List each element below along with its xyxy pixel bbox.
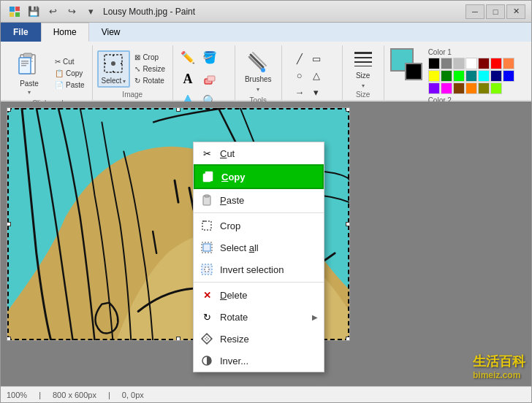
rect-shape[interactable]: ▭ xyxy=(308,50,324,66)
brushes-arrow: ▾ xyxy=(256,86,259,93)
ctx-crop[interactable]: Crop xyxy=(194,215,324,237)
color-swatch[interactable] xyxy=(428,58,440,69)
ctx-resize-icon xyxy=(200,331,214,346)
title-bar-controls: ─ □ ✕ xyxy=(466,4,525,19)
color-swatch[interactable] xyxy=(453,70,465,82)
svg-point-18 xyxy=(111,61,115,66)
shapes-btn[interactable]: ╱ ▭ ○ △ → ▾ xyxy=(286,47,338,104)
ctx-select-all[interactable]: Select all xyxy=(194,237,324,258)
ctx-resize-label: Resize xyxy=(220,334,318,345)
ctx-invert-selection[interactable]: Invert selection xyxy=(194,258,324,280)
ctx-invert-label: Inver... xyxy=(220,356,318,366)
line-shape[interactable]: ╱ xyxy=(292,50,308,66)
svg-rect-11 xyxy=(21,63,28,64)
ctx-rotate[interactable]: ↻ Rotate ▶ xyxy=(194,306,324,328)
color-swatch[interactable] xyxy=(453,82,465,94)
color-swatch[interactable] xyxy=(503,70,514,82)
color-swatch[interactable] xyxy=(478,58,490,69)
tab-file[interactable]: File xyxy=(1,23,41,42)
clipboard-group: Paste ▾ ✂ Cut 📋 Copy 📄 Paste xyxy=(4,45,93,100)
ctx-invert-icon xyxy=(200,353,214,368)
color-swatch[interactable] xyxy=(428,82,440,94)
color-swatch[interactable] xyxy=(503,58,514,69)
ctx-delete[interactable]: ✕ Delete xyxy=(194,284,324,306)
color-swatch[interactable] xyxy=(490,82,502,94)
ctx-sep2 xyxy=(194,282,324,283)
paste-secondary-btn[interactable]: 📄 Paste xyxy=(52,80,88,91)
color-swatch[interactable] xyxy=(441,58,452,69)
arrow-shape[interactable]: → xyxy=(292,84,308,100)
tab-home[interactable]: Home xyxy=(41,23,89,42)
redo-quick-btn[interactable]: ↪ xyxy=(64,4,80,20)
ctx-cut-label: Cut xyxy=(220,148,318,159)
color-swatch[interactable] xyxy=(466,70,477,82)
app-window: 💾 ↩ ↪ ▾ Lousy Mouth.jpg - Paint ─ □ ✕ Fi… xyxy=(0,0,532,403)
crop-ribbon-btn[interactable]: ⊠ Crop xyxy=(132,52,168,63)
paste-btn[interactable]: Paste ▾ xyxy=(8,47,50,99)
ctx-paste-label: Paste xyxy=(220,195,318,206)
ctx-delete-label: Delete xyxy=(220,290,318,301)
eraser-btn[interactable] xyxy=(200,69,220,89)
rotate-ribbon-btn[interactable]: ↻ Rotate xyxy=(132,75,168,86)
ctx-paste[interactable]: Paste xyxy=(194,189,324,211)
color-swatch[interactable] xyxy=(490,70,502,82)
watermark-text: 生活百科 xyxy=(473,353,525,370)
status-separator2: | xyxy=(108,391,110,399)
size-btn[interactable]: Size ▾ xyxy=(347,47,379,91)
color-swatch[interactable] xyxy=(466,58,477,69)
undo-quick-btn[interactable]: ↩ xyxy=(45,4,61,20)
resize-ribbon-btn[interactable]: ⤡ Resize xyxy=(132,64,168,74)
color-swatch[interactable] xyxy=(490,58,502,69)
cut-btn[interactable]: ✂ Cut xyxy=(52,56,88,67)
text-btn[interactable]: A xyxy=(178,69,198,89)
size-label: Size xyxy=(356,72,370,80)
brushes-items: Brushes ▾ xyxy=(240,47,277,96)
select-btn[interactable]: Select ▾ xyxy=(97,50,131,88)
triangle-shape[interactable]: △ xyxy=(308,67,324,83)
fill-btn[interactable]: 🪣 xyxy=(200,47,220,67)
ctx-invert-sel-label: Invert selection xyxy=(220,264,318,275)
size-icon xyxy=(352,48,375,70)
svg-rect-26 xyxy=(205,195,209,197)
color-swatch[interactable] xyxy=(441,82,452,94)
brushes-btn[interactable]: Brushes ▾ xyxy=(240,47,277,96)
ctx-rotate-icon: ↻ xyxy=(200,310,214,324)
ctx-resize[interactable]: Resize xyxy=(194,328,324,350)
ctx-cut[interactable]: ✂ Cut xyxy=(194,142,324,164)
svg-rect-24 xyxy=(203,174,210,182)
select-dropdown: ▾ xyxy=(123,78,126,85)
ctx-invert[interactable]: Inver... xyxy=(194,350,324,372)
color-swatch[interactable] xyxy=(466,82,477,94)
color2-box[interactable] xyxy=(405,63,422,80)
clipboard-items: Paste ▾ ✂ Cut 📋 Copy 📄 Paste xyxy=(8,47,88,99)
color-swatch[interactable] xyxy=(478,70,490,82)
select-label: Select xyxy=(102,77,122,85)
watermark-url: bimeiz.com xyxy=(473,370,525,380)
color-swatch[interactable] xyxy=(441,70,452,82)
ctx-delete-icon: ✕ xyxy=(200,288,214,302)
close-btn[interactable]: ✕ xyxy=(506,4,525,19)
save-quick-btn[interactable]: 💾 xyxy=(26,4,42,20)
ctx-sep1 xyxy=(194,212,324,213)
canvas-area[interactable]: ✂ Cut Copy xyxy=(1,101,531,386)
circle-shape[interactable]: ○ xyxy=(292,67,308,83)
minimize-btn[interactable]: ─ xyxy=(466,4,484,19)
svg-rect-0 xyxy=(10,7,15,12)
status-position: 0, 0px xyxy=(122,391,144,399)
color-swatch[interactable] xyxy=(453,58,465,69)
qa-dropdown-btn[interactable]: ▾ xyxy=(83,4,99,20)
more-shapes[interactable]: ▾ xyxy=(308,84,324,100)
ctx-crop-label: Crop xyxy=(220,220,318,231)
svg-rect-1 xyxy=(15,7,20,11)
pencil-btn[interactable]: ✏️ xyxy=(178,47,198,67)
app-icon xyxy=(7,4,23,20)
svg-rect-2 xyxy=(10,12,14,17)
maximize-btn[interactable]: □ xyxy=(486,4,505,19)
color-swatch[interactable] xyxy=(478,82,490,94)
color-swatch[interactable] xyxy=(428,70,440,82)
ctx-copy[interactable]: Copy xyxy=(194,164,324,189)
copy-label: Copy xyxy=(66,69,83,77)
copy-btn[interactable]: 📋 Copy xyxy=(52,68,88,79)
tab-view[interactable]: View xyxy=(89,23,133,42)
paste-secondary-label: Paste xyxy=(66,81,85,89)
